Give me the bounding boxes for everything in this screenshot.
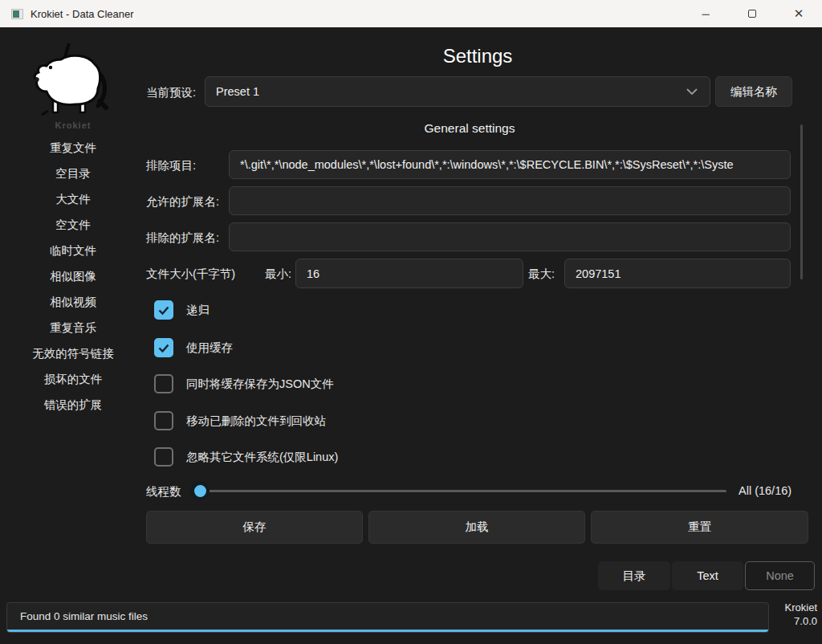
bottom-panel-none-button[interactable]: None <box>745 561 815 590</box>
general-settings-title: General settings <box>146 121 793 136</box>
trash-label: 移动已删除的文件到回收站 <box>186 414 326 429</box>
excluded-items-value: *\.git\*,*\node_modules\*,*\lost+found\*… <box>240 158 734 171</box>
app-version: Krokiet 7.0.0 <box>771 601 817 628</box>
close-button[interactable]: ✕ <box>775 0 822 27</box>
recursive-checkbox[interactable] <box>154 300 173 320</box>
krokiet-cow-logo-icon <box>29 42 117 119</box>
checkbox-row-use-cache[interactable]: 使用缓存 <box>154 337 233 358</box>
file-size-max-value: 2097151 <box>576 267 621 280</box>
sidebar: Krokiet 重复文件 空目录 大文件 空文件 临时文件 相似图像 相似视频 … <box>0 27 146 644</box>
checkbox-row-json-cache[interactable]: 同时将缓存保存为JSON文件 <box>154 373 334 394</box>
status-message: Found 0 similar music files <box>20 610 148 622</box>
allowed-extensions-input[interactable] <box>229 186 791 215</box>
checkbox-row-other-filesystems[interactable]: 忽略其它文件系统(仅限Linux) <box>154 446 338 467</box>
load-button[interactable]: 加载 <box>368 511 585 544</box>
file-size-min-value: 16 <box>307 267 319 280</box>
check-icon <box>158 344 169 353</box>
sidebar-item-duplicate-music[interactable]: 重复音乐 <box>0 315 146 340</box>
json-cache-checkbox[interactable] <box>154 374 173 393</box>
version-number: 7.0.0 <box>771 614 817 628</box>
excluded-extensions-label: 排除的扩展名: <box>146 230 219 246</box>
settings-panel: Settings 当前预设: Preset 1 编辑名称 General set… <box>146 27 822 644</box>
trash-checkbox[interactable] <box>154 411 173 430</box>
sidebar-item-empty-dirs[interactable]: 空目录 <box>0 161 146 186</box>
bottom-panel-directories-button[interactable]: 目录 <box>598 561 670 590</box>
excluded-items-input[interactable]: *\.git\*,*\node_modules\*,*\lost+found\*… <box>229 150 791 179</box>
file-size-label: 文件大小(千字节) <box>146 267 235 282</box>
maximize-icon <box>748 10 756 18</box>
file-size-min-label: 最小: <box>265 267 291 282</box>
file-size-min-input[interactable]: 16 <box>295 259 523 288</box>
other-filesystems-label: 忽略其它文件系统(仅限Linux) <box>186 450 338 465</box>
preset-label: 当前预设: <box>146 85 196 100</box>
bottom-panel-text-button[interactable]: Text <box>672 561 743 590</box>
allowed-extensions-label: 允许的扩展名: <box>146 194 219 210</box>
sidebar-item-big-files[interactable]: 大文件 <box>0 186 146 212</box>
sidebar-item-invalid-symlinks[interactable]: 无效的符号链接 <box>0 340 146 366</box>
other-filesystems-checkbox[interactable] <box>154 447 173 467</box>
check-icon <box>158 306 169 315</box>
sidebar-item-bad-extensions[interactable]: 错误的扩展 <box>0 392 146 418</box>
threads-value: All (16/16) <box>739 484 791 497</box>
app-icon <box>11 9 23 19</box>
checkbox-row-trash[interactable]: 移动已删除的文件到回收站 <box>154 410 326 431</box>
threads-slider-thumb[interactable] <box>190 481 210 500</box>
preset-dropdown[interactable]: Preset 1 <box>205 76 710 107</box>
file-size-max-label: 最大: <box>528 267 555 282</box>
maximize-button[interactable] <box>729 0 775 27</box>
save-button[interactable]: 保存 <box>146 511 363 544</box>
minimize-button[interactable]: ─ <box>682 0 729 27</box>
sidebar-nav: 重复文件 空目录 大文件 空文件 临时文件 相似图像 相似视频 重复音乐 无效的… <box>0 135 146 418</box>
sidebar-item-temp-files[interactable]: 临时文件 <box>0 238 146 263</box>
preset-value: Preset 1 <box>216 85 259 98</box>
window-title: Krokiet - Data Cleaner <box>31 8 134 20</box>
sidebar-item-similar-images[interactable]: 相似图像 <box>0 263 146 289</box>
chevron-down-icon <box>686 88 698 96</box>
excluded-items-label: 排除项目: <box>146 158 196 173</box>
sidebar-item-duplicate-files[interactable]: 重复文件 <box>0 135 146 161</box>
edit-preset-name-button[interactable]: 编辑名称 <box>715 76 792 107</box>
excluded-extensions-input[interactable] <box>229 222 791 251</box>
json-cache-label: 同时将缓存保存为JSON文件 <box>186 377 334 392</box>
threads-slider-track[interactable] <box>199 490 726 492</box>
app-name: Krokiet <box>771 601 817 614</box>
sidebar-item-empty-files[interactable]: 空文件 <box>0 212 146 238</box>
sidebar-item-broken-files[interactable]: 损坏的文件 <box>0 366 146 392</box>
sidebar-item-similar-videos[interactable]: 相似视频 <box>0 289 146 315</box>
logo: Krokiet <box>0 42 146 130</box>
recursive-label: 递归 <box>186 303 210 318</box>
settings-scrollbar[interactable] <box>800 124 803 279</box>
file-size-max-input[interactable]: 2097151 <box>564 259 791 288</box>
threads-label: 线程数 <box>146 484 181 499</box>
use-cache-label: 使用缓存 <box>186 340 233 356</box>
reset-button[interactable]: 重置 <box>591 511 808 544</box>
status-bar: Found 0 similar music files <box>6 602 769 633</box>
checkbox-row-recursive[interactable]: 递归 <box>154 300 210 320</box>
progress-bar <box>7 630 768 632</box>
app-window: Krokiet - Data Cleaner ─ ✕ <box>0 0 822 644</box>
logo-caption: Krokiet <box>0 120 146 130</box>
use-cache-checkbox[interactable] <box>154 338 173 357</box>
page-title: Settings <box>146 45 809 67</box>
titlebar: Krokiet - Data Cleaner ─ ✕ <box>0 0 822 27</box>
